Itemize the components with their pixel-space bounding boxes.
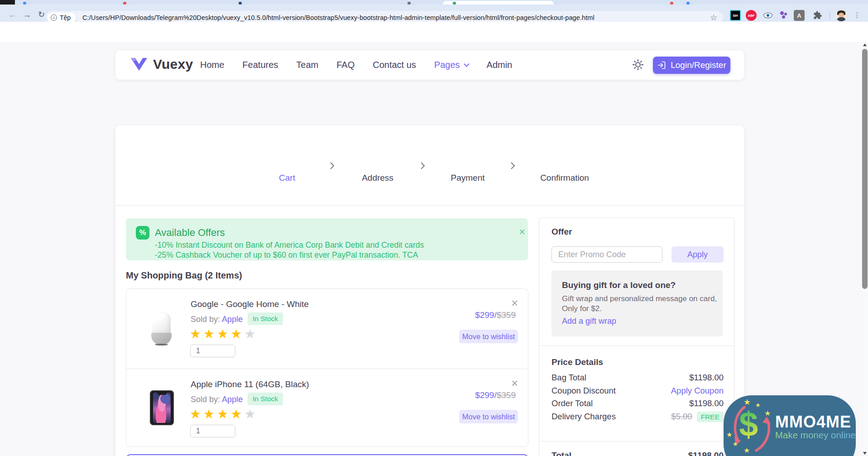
gift-wrap-box: Buying gift for a loved one? Gift wrap a… — [551, 270, 723, 336]
seller-link[interactable]: Apple — [222, 315, 243, 324]
price-row: Delivery Charges $5.00FREE — [551, 412, 724, 422]
apply-coupon-link[interactable]: Apply Coupon — [671, 386, 724, 396]
alert-line: -10% Instant Discount on Bank of America… — [155, 240, 424, 250]
rating-stars[interactable]: ★★★★★ — [190, 328, 258, 341]
order-summary-card: Offer Enter Promo Code Apply Buying gift… — [539, 217, 734, 456]
nav-link-admin[interactable]: Admin — [487, 60, 513, 70]
molecules-extension-icon[interactable] — [779, 10, 790, 21]
price-details-heading: Price Details — [551, 357, 603, 367]
alert-close-icon[interactable]: × — [519, 226, 525, 237]
nav-link-team[interactable]: Team — [296, 60, 318, 70]
step-cart[interactable]: Cart — [251, 173, 323, 183]
scrollbar-thumb[interactable] — [862, 49, 868, 289]
remove-item-icon[interactable]: × — [511, 297, 518, 309]
product-seller: Sold by: Apple — [191, 395, 243, 404]
product-title[interactable]: Apple iPhone 11 (64GB, Black) — [191, 379, 309, 389]
seller-link[interactable]: Apple — [222, 395, 243, 404]
watermark-title: MMO4ME — [775, 413, 851, 432]
site-navbar: Vuexy Home Features Team FAQ Contact us … — [115, 50, 744, 80]
apply-button[interactable]: Apply — [671, 246, 724, 263]
rating-stars[interactable]: ★★★★★ — [190, 408, 258, 421]
step-chevron-icon — [328, 162, 336, 169]
step-payment[interactable]: Payment — [432, 173, 504, 183]
cart-item-row: Google - Google Home - White Sold by: Ap… — [126, 289, 528, 369]
scroll-up-arrow[interactable] — [863, 43, 867, 46]
puzzle-extensions-icon[interactable] — [812, 10, 823, 21]
promo-code-input[interactable]: Enter Promo Code — [551, 246, 662, 263]
scroll-down-arrow[interactable] — [863, 452, 867, 455]
login-icon — [657, 61, 666, 70]
delivery-value: $5.00FREE — [671, 412, 724, 422]
adblock-plus-icon[interactable]: ABP — [746, 10, 757, 21]
step-chevron-icon — [509, 162, 516, 169]
gift-line: Only for $2. — [562, 304, 602, 313]
back-button[interactable]: ← — [8, 10, 17, 19]
info-icon: i — [51, 14, 57, 21]
price-row: Order Total $1198.00 — [551, 398, 724, 408]
webpage: Vuexy Home Features Team FAQ Contact us … — [0, 42, 862, 456]
offer-heading: Offer — [551, 227, 572, 237]
nav-link-faq[interactable]: FAQ — [336, 60, 355, 70]
watermark-subtitle: Make money online — [775, 430, 856, 441]
vuexy-logo-icon — [130, 58, 148, 71]
dollar-icon: $ — [739, 404, 758, 444]
stock-badge: In Stock — [248, 393, 283, 405]
browser-toolbar: ← → ↻ i Tệp C:/Users/HP/Downloads/Telegr… — [0, 5, 868, 22]
nav-link-features[interactable]: Features — [242, 60, 278, 70]
brand-name: Vuexy — [153, 57, 193, 72]
nav-link-home[interactable]: Home — [200, 60, 224, 70]
remove-item-icon[interactable]: × — [511, 377, 518, 389]
brand[interactable]: Vuexy — [130, 57, 193, 72]
product-image-iphone — [150, 390, 174, 425]
forward-button[interactable]: → — [23, 10, 31, 19]
nav-link-pages[interactable]: Pages — [434, 60, 469, 70]
alert-line: -25% Cashback Voucher of up to $60 on fi… — [155, 250, 418, 260]
eye-extension-icon[interactable] — [762, 10, 773, 21]
bag-heading: My Shopping Bag (2 Items) — [126, 270, 242, 281]
bookmark-star-icon[interactable]: ☆ — [710, 13, 717, 23]
free-badge: FREE — [697, 412, 724, 422]
step-address[interactable]: Address — [341, 173, 414, 183]
mmo4me-watermark: $ ★ ★ ★ ★ ★ ★ MMO4ME Make money online — [724, 395, 856, 456]
url-text[interactable]: C:/Users/HP/Downloads/Telegram%20Desktop… — [82, 14, 595, 21]
active-tab-partial[interactable] — [443, 1, 554, 5]
product-price: $299/$359 — [475, 390, 516, 400]
product-image-google-home — [151, 312, 172, 346]
step-chevron-icon — [419, 162, 426, 169]
reload-button[interactable]: ↻ — [38, 10, 45, 19]
product-price: $299/$359 — [475, 310, 516, 320]
price-row: Coupon Discount Apply Coupon — [551, 386, 724, 396]
sih-extension-icon[interactable]: SIH — [730, 10, 741, 21]
toolbar-separator — [830, 11, 830, 20]
step-confirmation[interactable]: Confirmation — [528, 173, 601, 183]
a-box-extension-icon[interactable]: A — [794, 10, 805, 21]
percent-icon: % — [136, 226, 149, 240]
move-to-wishlist-button[interactable]: Move to wishlist — [459, 410, 518, 423]
login-label: Login/Register — [671, 60, 726, 70]
add-more-button[interactable] — [126, 454, 528, 456]
nav-link-contact[interactable]: Contact us — [373, 60, 416, 70]
product-title[interactable]: Google - Google Home - White — [191, 299, 309, 309]
bookmarks-bar: STV f M — [0, 22, 868, 42]
gift-title: Buying gift for a loved one? — [562, 280, 676, 290]
alert-title: Available Offers — [155, 227, 225, 239]
quantity-input[interactable]: 1 — [190, 425, 235, 437]
divider — [539, 441, 734, 442]
price-row: Bag Total $1198.00 — [551, 373, 724, 383]
stock-badge: In Stock — [248, 312, 283, 325]
theme-toggle-sun-icon[interactable] — [632, 58, 644, 73]
page-scrollbar[interactable] — [862, 42, 868, 456]
browser-tab-strip[interactable] — [0, 0, 868, 5]
quantity-input[interactable]: 1 — [190, 345, 235, 357]
profile-avatar[interactable] — [835, 10, 847, 21]
product-seller: Sold by: Apple — [191, 315, 243, 324]
cart-items-card: Google - Google Home - White Sold by: Ap… — [126, 288, 528, 447]
chevron-down-icon — [464, 61, 470, 67]
move-to-wishlist-button[interactable]: Move to wishlist — [459, 330, 518, 343]
total-row: Total $1198.00 — [551, 451, 724, 456]
screen: ← → ↻ i Tệp C:/Users/HP/Downloads/Telegr… — [0, 0, 868, 456]
login-register-button[interactable]: Login/Register — [653, 57, 730, 74]
add-gift-wrap-link[interactable]: Add a gift wrap — [562, 317, 616, 326]
browser-menu-icon[interactable]: ⋮ — [852, 10, 863, 20]
divider — [539, 346, 734, 346]
